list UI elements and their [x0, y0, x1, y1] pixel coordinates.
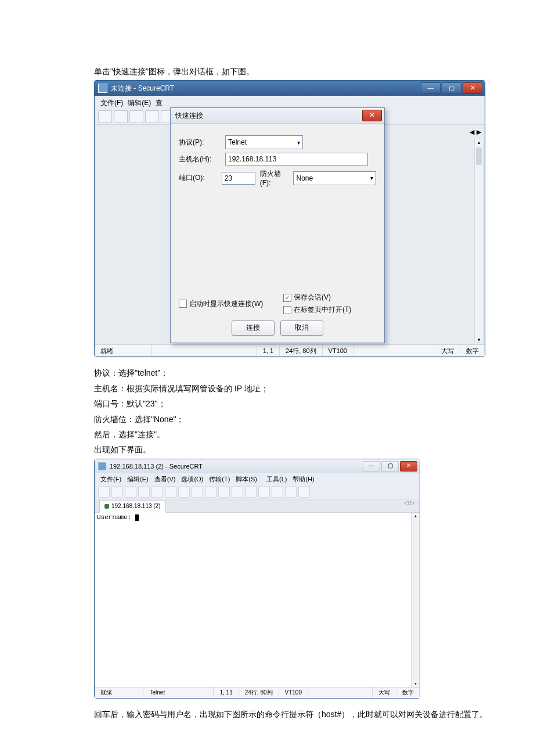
- window-controls: — ▢ ✕: [363, 461, 417, 471]
- toolbar-button[interactable]: [192, 486, 203, 498]
- dialog-close-button[interactable]: ✕: [362, 110, 382, 121]
- checkbox-icon: [179, 300, 187, 308]
- session-tab[interactable]: 192.168.18.113 (2): [99, 500, 166, 513]
- toolbar-button[interactable]: [138, 486, 150, 498]
- minimize-button[interactable]: —: [421, 82, 441, 94]
- note-line: 协议：选择"telnet"；: [94, 366, 534, 379]
- checkbox-icon: [283, 306, 291, 314]
- menu-view-partial[interactable]: 查: [156, 98, 163, 108]
- toolbar-button[interactable]: [125, 486, 136, 498]
- toolbar-button[interactable]: [145, 110, 159, 123]
- status-caps: 大写: [435, 345, 460, 356]
- maximize-button[interactable]: ▢: [381, 461, 399, 471]
- window-title: 未连接 - SecureCRT: [111, 84, 174, 93]
- toolbar-button[interactable]: [232, 486, 243, 498]
- status-empty2: [353, 345, 435, 356]
- hostname-input[interactable]: [225, 153, 368, 165]
- terminal-cursor: [135, 514, 139, 521]
- toolbar-button[interactable]: [111, 486, 123, 498]
- status-num: 数字: [460, 345, 485, 356]
- status-ready: 就绪: [95, 687, 143, 698]
- status-num: 数字: [396, 687, 420, 698]
- tab-nav-right-icon[interactable]: ▷: [410, 499, 415, 506]
- menu-help[interactable]: 帮助(H): [293, 475, 314, 484]
- toolbar-button[interactable]: [129, 110, 143, 123]
- scrollbar[interactable]: [474, 139, 484, 343]
- connect-button[interactable]: 连接: [232, 321, 275, 336]
- menu-file[interactable]: 文件(F): [100, 475, 121, 484]
- status-caps: 大写: [373, 687, 396, 698]
- connected-indicator-icon: [104, 504, 109, 509]
- hostname-label: 主机名(H):: [179, 154, 221, 164]
- menu-edit[interactable]: 编辑(E): [128, 98, 151, 108]
- toolbar-button[interactable]: [151, 486, 163, 498]
- show-on-startup-checkbox[interactable]: 启动时显示快速连接(W): [179, 293, 283, 315]
- toolbar-button[interactable]: [98, 486, 110, 498]
- save-session-checkbox[interactable]: ✓ 保存会话(V): [283, 293, 351, 303]
- scrollbar[interactable]: [411, 513, 420, 687]
- toolbar-button[interactable]: [285, 486, 297, 498]
- toolbar-button[interactable]: [205, 486, 217, 498]
- toolbar-button[interactable]: [114, 110, 128, 123]
- status-bar: 就绪 1, 1 24行, 80列 VT100 大写 数字: [95, 344, 485, 357]
- cancel-button[interactable]: 取消: [280, 321, 323, 336]
- checkbox-icon: ✓: [283, 294, 291, 302]
- status-protocol: Telnet: [143, 687, 214, 698]
- status-size: 24行, 80列: [239, 687, 279, 698]
- status-empty: [308, 687, 373, 698]
- port-input[interactable]: [222, 172, 255, 185]
- terminal-area[interactable]: Username:: [95, 513, 420, 687]
- terminal-prompt: Username:: [97, 514, 131, 521]
- status-cursor-pos: 1, 1: [257, 345, 280, 356]
- menu-transfer[interactable]: 传输(T): [209, 475, 230, 484]
- intro-text: 单击"快速连接"图标，弹出对话框，如下图。: [94, 65, 534, 78]
- minimize-button[interactable]: —: [363, 461, 380, 471]
- menu-options[interactable]: 选项(O): [181, 475, 203, 484]
- status-cursor-pos: 1, 11: [214, 687, 239, 698]
- menubar: 文件(F) 编辑(E) 查看(V) 选项(O) 传输(T) 脚本(S) 工具(L…: [95, 473, 420, 485]
- dialog-title: 快速连接: [175, 111, 203, 121]
- dialog-titlebar: 快速连接 ✕: [171, 108, 384, 124]
- toolbar-button[interactable]: [245, 486, 257, 498]
- protocol-label: 协议(P):: [179, 138, 221, 147]
- note-line: 端口号：默认"23"；: [94, 397, 534, 410]
- toolbar-button[interactable]: [165, 486, 176, 498]
- note-line: 出现如下界面。: [94, 443, 534, 456]
- checkbox-label: 启动时显示快速连接(W): [189, 299, 263, 309]
- tab-nav-left-icon[interactable]: ◀: [470, 128, 474, 136]
- toolbar-button[interactable]: [218, 486, 230, 498]
- toolbar-button[interactable]: [258, 486, 270, 498]
- toolbar-button[interactable]: [98, 110, 112, 123]
- securecrt-window-disconnected: 未连接 - SecureCRT — ▢ ✕ 文件(F) 编辑(E) 查: [94, 80, 485, 357]
- note-line: 主机名：根据实际情况填写网管设备的 IP 地址；: [94, 382, 534, 395]
- toolbar-button[interactable]: [272, 486, 283, 498]
- window-controls: — ▢ ✕: [421, 82, 482, 94]
- menu-script[interactable]: 脚本(S): [236, 475, 257, 484]
- port-label: 端口(O):: [179, 173, 217, 183]
- outro-text: 回车后，输入密码与用户名，出现如下图所示的命令行提示符（host#），此时就可以…: [94, 708, 534, 721]
- protocol-select[interactable]: Telnet: [225, 135, 303, 149]
- close-button[interactable]: ✕: [400, 461, 417, 471]
- note-line: 然后，选择"连接"。: [94, 428, 534, 441]
- tab-nav-left-icon[interactable]: ◁: [404, 499, 409, 506]
- securecrt-window-connected: 192.168.18.113 (2) - SecureCRT — ▢ ✕ 文件(…: [94, 459, 420, 699]
- tab-bar: 192.168.18.113 (2) ◁ ▷: [95, 499, 420, 513]
- close-button[interactable]: ✕: [463, 82, 482, 94]
- menu-view[interactable]: 查看(V): [154, 475, 176, 484]
- menu-edit[interactable]: 编辑(E): [127, 475, 149, 484]
- open-in-tab-checkbox[interactable]: 在标签页中打开(T): [283, 305, 351, 315]
- menu-file[interactable]: 文件(F): [100, 98, 123, 108]
- toolbar-button[interactable]: [298, 486, 310, 498]
- note-line: 防火墙位：选择"None"；: [94, 413, 534, 426]
- tab-label: 192.168.18.113 (2): [111, 503, 161, 509]
- menu-tools[interactable]: 工具(L): [266, 475, 287, 484]
- maximize-button[interactable]: ▢: [442, 82, 461, 94]
- window-title: 192.168.18.113 (2) - SecureCRT: [110, 463, 203, 470]
- toolbar: [95, 485, 420, 499]
- checkbox-label: 保存会话(V): [294, 293, 331, 303]
- quick-connect-dialog: 快速连接 ✕ 协议(P): Telnet 主机名(H): 端: [170, 107, 385, 343]
- toolbar-button[interactable]: [178, 486, 190, 498]
- tab-nav-right-icon[interactable]: ▶: [477, 128, 481, 136]
- firewall-select[interactable]: None: [293, 171, 376, 185]
- app-icon: [98, 462, 106, 470]
